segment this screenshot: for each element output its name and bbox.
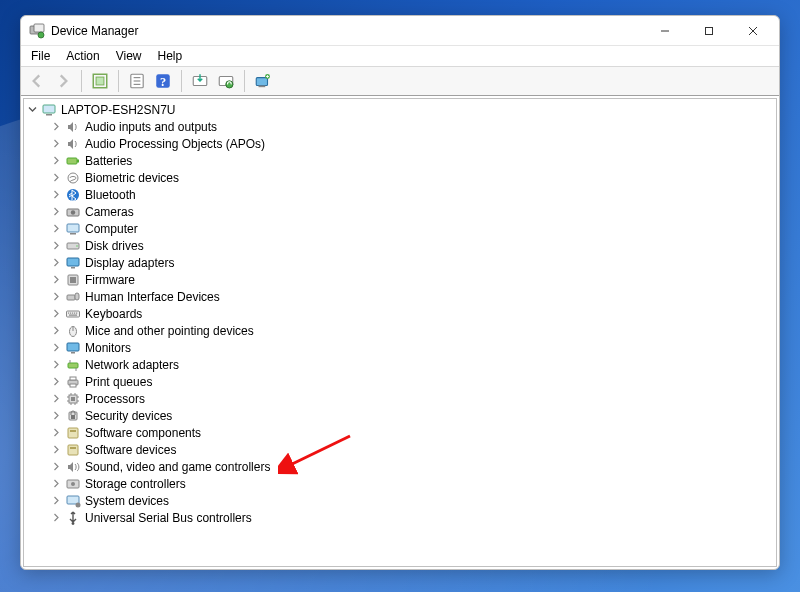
chevron-right-icon[interactable] bbox=[50, 120, 63, 133]
tree-category[interactable]: Security devices bbox=[24, 407, 776, 424]
svg-rect-41 bbox=[70, 312, 71, 313]
tree-category[interactable]: Display adapters bbox=[24, 254, 776, 271]
category-label: Security devices bbox=[85, 409, 172, 423]
chevron-right-icon[interactable] bbox=[50, 188, 63, 201]
tree-category[interactable]: Network adapters bbox=[24, 356, 776, 373]
category-label: Universal Serial Bus controllers bbox=[85, 511, 252, 525]
category-label: Keyboards bbox=[85, 307, 142, 321]
category-label: Software components bbox=[85, 426, 201, 440]
category-label: Display adapters bbox=[85, 256, 174, 270]
tree-category[interactable]: Cameras bbox=[24, 203, 776, 220]
svg-rect-36 bbox=[70, 277, 76, 283]
toolbar-addlegacy-button[interactable] bbox=[251, 69, 275, 93]
svg-rect-4 bbox=[706, 27, 713, 34]
chevron-down-icon[interactable] bbox=[26, 103, 39, 116]
maximize-button[interactable] bbox=[687, 17, 731, 45]
chevron-right-icon[interactable] bbox=[50, 409, 63, 422]
fingerprint-icon bbox=[65, 170, 81, 186]
chevron-right-icon[interactable] bbox=[50, 290, 63, 303]
tree-category[interactable]: Sound, video and game controllers bbox=[24, 458, 776, 475]
menu-view[interactable]: View bbox=[108, 47, 150, 65]
chevron-right-icon[interactable] bbox=[50, 307, 63, 320]
toolbar-forward-button[interactable] bbox=[51, 69, 75, 93]
menu-help[interactable]: Help bbox=[150, 47, 191, 65]
chevron-right-icon[interactable] bbox=[50, 341, 63, 354]
tree-category[interactable]: Disk drives bbox=[24, 237, 776, 254]
menubar: File Action View Help bbox=[21, 46, 779, 66]
usb-icon bbox=[65, 510, 81, 526]
svg-rect-48 bbox=[67, 343, 79, 351]
chevron-right-icon[interactable] bbox=[50, 273, 63, 286]
category-label: Cameras bbox=[85, 205, 134, 219]
category-label: Network adapters bbox=[85, 358, 179, 372]
category-label: Batteries bbox=[85, 154, 132, 168]
close-button[interactable] bbox=[731, 17, 775, 45]
svg-point-32 bbox=[76, 245, 78, 247]
tree-category[interactable]: Print queues bbox=[24, 373, 776, 390]
tree-category[interactable]: Processors bbox=[24, 390, 776, 407]
tree-category[interactable]: System devices bbox=[24, 492, 776, 509]
chevron-right-icon[interactable] bbox=[50, 154, 63, 167]
tree-category[interactable]: Audio inputs and outputs bbox=[24, 118, 776, 135]
chevron-right-icon[interactable] bbox=[50, 477, 63, 490]
menu-file[interactable]: File bbox=[23, 47, 58, 65]
category-label: Storage controllers bbox=[85, 477, 186, 491]
tree-category[interactable]: Audio Processing Objects (APOs) bbox=[24, 135, 776, 152]
tree-category[interactable]: Bluetooth bbox=[24, 186, 776, 203]
chevron-right-icon[interactable] bbox=[50, 137, 63, 150]
tree-category[interactable]: Human Interface Devices bbox=[24, 288, 776, 305]
svg-rect-30 bbox=[70, 233, 76, 235]
chevron-right-icon[interactable] bbox=[50, 171, 63, 184]
tree-category[interactable]: Firmware bbox=[24, 271, 776, 288]
toolbar-showhide-button[interactable] bbox=[88, 69, 112, 93]
device-tree[interactable]: LAPTOP-ESH2SN7U Audio inputs and outputs… bbox=[23, 98, 777, 567]
svg-rect-23 bbox=[67, 158, 77, 164]
toolbar-update-button[interactable] bbox=[188, 69, 212, 93]
root-label: LAPTOP-ESH2SN7U bbox=[61, 103, 176, 117]
tree-category[interactable]: Monitors bbox=[24, 339, 776, 356]
chevron-right-icon[interactable] bbox=[50, 443, 63, 456]
menu-action[interactable]: Action bbox=[58, 47, 107, 65]
tree-category[interactable]: Keyboards bbox=[24, 305, 776, 322]
chevron-right-icon[interactable] bbox=[50, 494, 63, 507]
chevron-right-icon[interactable] bbox=[50, 358, 63, 371]
minimize-button[interactable] bbox=[643, 17, 687, 45]
category-label: Monitors bbox=[85, 341, 131, 355]
chevron-right-icon[interactable] bbox=[50, 239, 63, 252]
tree-category[interactable]: Storage controllers bbox=[24, 475, 776, 492]
tree-category[interactable]: Biometric devices bbox=[24, 169, 776, 186]
tree-category[interactable]: Batteries bbox=[24, 152, 776, 169]
tree-category[interactable]: Universal Serial Bus controllers bbox=[24, 509, 776, 526]
chevron-right-icon[interactable] bbox=[50, 222, 63, 235]
tree-category[interactable]: Mice and other pointing devices bbox=[24, 322, 776, 339]
chevron-right-icon[interactable] bbox=[50, 511, 63, 524]
toolbar-help-button[interactable]: ? bbox=[151, 69, 175, 93]
chevron-right-icon[interactable] bbox=[50, 392, 63, 405]
chevron-right-icon[interactable] bbox=[50, 460, 63, 473]
chevron-right-icon[interactable] bbox=[50, 426, 63, 439]
toolbar-back-button[interactable] bbox=[25, 69, 49, 93]
network-icon bbox=[65, 357, 81, 373]
svg-rect-42 bbox=[72, 312, 73, 313]
tree-root[interactable]: LAPTOP-ESH2SN7U bbox=[24, 101, 776, 118]
toolbar-scan-button[interactable] bbox=[214, 69, 238, 93]
svg-point-2 bbox=[38, 32, 44, 38]
category-label: Firmware bbox=[85, 273, 135, 287]
svg-rect-43 bbox=[74, 312, 75, 313]
window-title: Device Manager bbox=[51, 24, 643, 38]
svg-rect-44 bbox=[76, 312, 77, 313]
svg-rect-34 bbox=[71, 267, 75, 269]
printer-icon bbox=[65, 374, 81, 390]
chevron-right-icon[interactable] bbox=[50, 375, 63, 388]
tree-category[interactable]: Software components bbox=[24, 424, 776, 441]
toolbar-properties-button[interactable] bbox=[125, 69, 149, 93]
firmware-icon bbox=[65, 272, 81, 288]
chevron-right-icon[interactable] bbox=[50, 256, 63, 269]
chevron-right-icon[interactable] bbox=[50, 324, 63, 337]
battery-icon bbox=[65, 153, 81, 169]
mouse-icon bbox=[65, 323, 81, 339]
category-label: Audio inputs and outputs bbox=[85, 120, 217, 134]
chevron-right-icon[interactable] bbox=[50, 205, 63, 218]
tree-category[interactable]: Computer bbox=[24, 220, 776, 237]
tree-category[interactable]: Software devices bbox=[24, 441, 776, 458]
